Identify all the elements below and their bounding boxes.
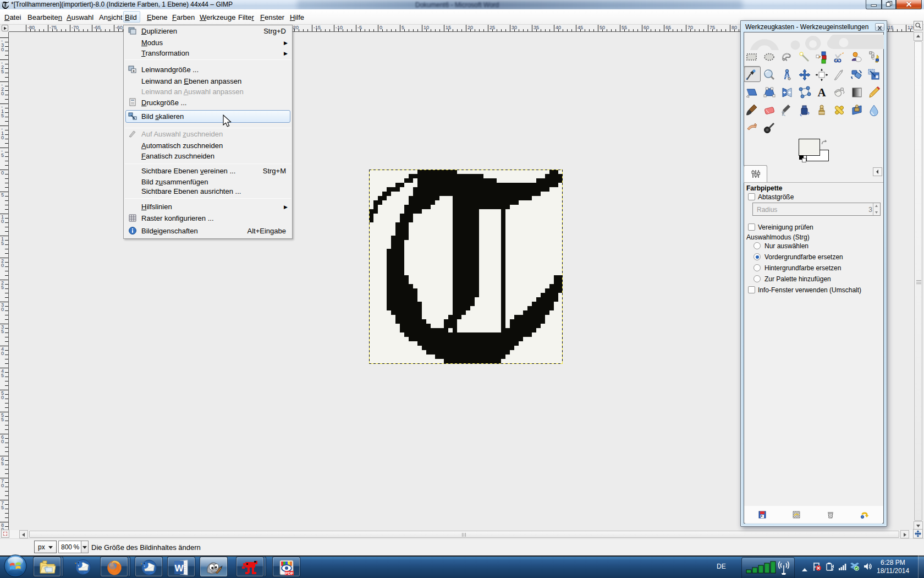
svg-text:W: W xyxy=(174,563,184,574)
svg-text:A: A xyxy=(817,86,826,99)
svg-text:PDF: PDF xyxy=(285,571,293,576)
